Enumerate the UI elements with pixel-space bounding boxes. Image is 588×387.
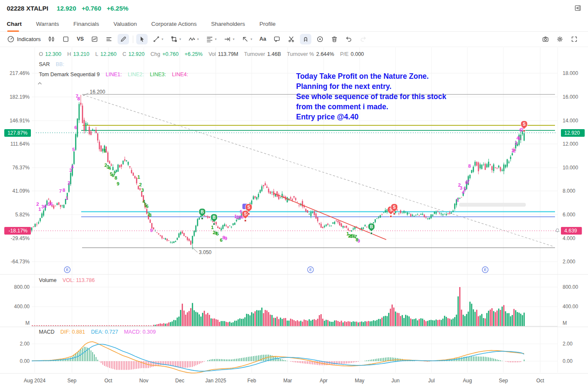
indicators-button[interactable]: Indicators xyxy=(5,34,43,44)
price-level-label: 3.050 xyxy=(199,249,212,255)
macd-dif-line xyxy=(32,342,524,373)
sell-marker[interactable]: S xyxy=(242,210,249,222)
svg-text:-18.17%: -18.17% xyxy=(8,228,27,234)
gear-icon xyxy=(556,36,563,43)
td-segment: LINE2: xyxy=(128,72,144,77)
trend-line-tool-button[interactable]: ▾ xyxy=(151,34,165,44)
ohlc-segment: Chg xyxy=(151,51,160,57)
candle-style-button[interactable] xyxy=(46,34,57,44)
shape-tool-button[interactable]: ▾ xyxy=(168,34,183,44)
macd-indicator-row: MACDDIF: 0.881DEA: 0.727MACD: 0.309 xyxy=(39,329,162,335)
svg-text:5: 5 xyxy=(464,186,467,191)
crosshair-tool-button[interactable] xyxy=(314,34,326,44)
ohlc-segment: 12.300 xyxy=(45,51,61,57)
ohlc-segment: +0.760 xyxy=(162,51,179,57)
svg-text:8: 8 xyxy=(149,213,152,218)
svg-text:S: S xyxy=(523,122,526,127)
svg-text:12.000: 12.000 xyxy=(563,141,578,147)
chart-annotation[interactable]: Today Take Profit on the Nature Zone.Pla… xyxy=(296,72,446,121)
comment-tool-button[interactable] xyxy=(271,34,283,44)
svg-text:41.09%: 41.09% xyxy=(12,188,30,194)
x-axis-month-label: Sep xyxy=(499,378,508,384)
earnings-marker[interactable]: E xyxy=(308,267,313,273)
cursor-tool-button[interactable] xyxy=(136,34,148,44)
chart-settings-button[interactable] xyxy=(554,34,566,44)
x-axis-month-label: Nov xyxy=(139,378,148,384)
collapse-indicator-button[interactable] xyxy=(38,83,41,84)
svg-text:1: 1 xyxy=(456,197,459,202)
tab-chart[interactable]: Chart xyxy=(7,16,22,31)
tab-profile[interactable]: Profile xyxy=(259,16,275,31)
undo-button[interactable] xyxy=(343,34,354,44)
td-segment: LINE4: xyxy=(172,72,188,77)
svg-text:9: 9 xyxy=(225,236,227,241)
comment-icon xyxy=(273,36,280,43)
trade-markers: BBSSBSSSEEE xyxy=(64,121,528,273)
rect-style-button[interactable] xyxy=(60,34,71,44)
buy-marker[interactable]: B xyxy=(199,208,206,220)
tab-warrants[interactable]: Warrants xyxy=(36,16,59,31)
ohlc-segment: L xyxy=(95,51,98,57)
delete-drawings-button[interactable] xyxy=(329,34,340,44)
arrow-nw-icon xyxy=(242,36,249,43)
drawing-toolbar: IndicatorsVS▾▾▾▾▾▾Aa xyxy=(0,32,588,47)
tab-shareholders[interactable]: Shareholders xyxy=(211,16,245,31)
camera-icon xyxy=(542,36,549,43)
trash-icon xyxy=(331,36,338,43)
rows-icon xyxy=(105,36,113,43)
tab-valuation[interactable]: Valuation xyxy=(113,16,137,31)
text-tool-button[interactable]: Aa xyxy=(257,35,268,44)
svg-text:B: B xyxy=(201,210,203,214)
measure-icon xyxy=(224,36,231,43)
svg-text:3: 3 xyxy=(515,141,517,146)
ohlc-segment: O xyxy=(39,51,43,57)
fib-icon xyxy=(206,36,213,43)
td-segment: Tom Demark Sequential 9 xyxy=(39,72,100,77)
sar-segment: BB: xyxy=(56,61,64,67)
svg-text:4: 4 xyxy=(108,166,111,171)
text-tool-label: Aa xyxy=(259,36,266,42)
fullscreen-icon xyxy=(571,36,578,43)
earnings-marker[interactable]: E xyxy=(482,267,488,273)
td-segment: LINE3: xyxy=(150,72,166,77)
indicators-label: Indicators xyxy=(17,36,41,42)
svg-text:10.000: 10.000 xyxy=(563,165,578,171)
earnings-marker[interactable]: E xyxy=(64,267,70,273)
svg-text:B: B xyxy=(212,215,215,220)
svg-text:800.00: 800.00 xyxy=(563,284,578,290)
panel-open-icon xyxy=(574,4,582,12)
measure-tool-button[interactable]: ▾ xyxy=(222,34,236,44)
wave-tool-button[interactable]: ▾ xyxy=(186,34,201,44)
x-axis-month-label: Oct xyxy=(104,378,113,384)
open-side-panel-button[interactable] xyxy=(574,4,582,12)
svg-text:1: 1 xyxy=(38,207,41,212)
x-axis-month-label: Apr xyxy=(320,378,328,384)
fullscreen-button[interactable] xyxy=(569,34,580,44)
tab-financials[interactable]: Financials xyxy=(74,16,99,31)
arrow-tool-button[interactable]: ▾ xyxy=(239,34,254,44)
draw-mode-button[interactable] xyxy=(118,34,129,44)
chart-template-button[interactable] xyxy=(89,34,100,44)
svg-text:5: 5 xyxy=(72,147,75,152)
eraser-tool-button[interactable] xyxy=(286,34,297,44)
svg-text:2.000: 2.000 xyxy=(563,259,575,265)
toolbar-divider xyxy=(133,36,133,43)
object-list-button[interactable] xyxy=(103,34,115,44)
magnet-tool-button[interactable] xyxy=(300,34,311,44)
svg-text:217.46%: 217.46% xyxy=(10,70,30,76)
svg-text:12.920: 12.920 xyxy=(564,130,580,136)
svg-text:76.37%: 76.37% xyxy=(12,165,30,171)
gray-zone-band[interactable] xyxy=(459,203,526,207)
compare-button[interactable]: VS xyxy=(74,35,86,44)
gauge-icon xyxy=(7,36,14,43)
stock-change-pct: +6.25% xyxy=(107,5,128,12)
td-segment: LINE1: xyxy=(106,72,122,77)
svg-text:E: E xyxy=(66,268,69,272)
screenshot-button[interactable] xyxy=(540,34,551,44)
svg-text:6: 6 xyxy=(220,238,223,243)
fib-tool-button[interactable]: ▾ xyxy=(204,34,219,44)
macd-segment: DEA: 0.727 xyxy=(91,329,118,335)
tab-corporate-actions[interactable]: Corporate Actions xyxy=(151,16,197,31)
td-indicator-row: Tom Demark Sequential 9LINE1:LINE2:LINE3… xyxy=(39,72,194,77)
macd-segment: MACD xyxy=(39,329,55,335)
